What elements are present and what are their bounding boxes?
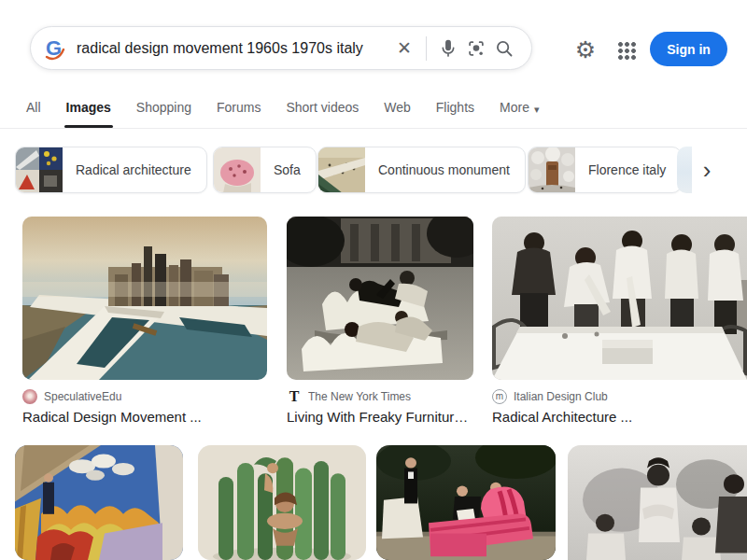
result-title[interactable]: Living With Freaky Furnitur… [287, 409, 475, 425]
nyt-favicon: T [287, 389, 302, 404]
apps-grid-icon[interactable] [613, 37, 640, 63]
chip-radical-architecture-thumbnail [16, 147, 63, 193]
clear-icon[interactable]: ✕ [390, 32, 418, 65]
tab-short-videos[interactable]: Short videos [286, 98, 359, 128]
chip-continuous-monument-thumbnail [318, 147, 365, 193]
tab-shopping[interactable]: Shopping [136, 98, 191, 128]
search-bar[interactable]: G radical design movement 1960s 1970s it… [30, 26, 532, 70]
result-image-pop-interior[interactable] [15, 445, 183, 560]
result-source-row: T The New York Times [287, 388, 475, 404]
result-image-pratone-chair[interactable] [198, 445, 366, 560]
result-image-superstudio-group[interactable] [492, 217, 747, 380]
tab-more-label: More [500, 100, 529, 115]
result-image-continuous-monument[interactable] [22, 217, 267, 380]
result-caption[interactable]: SpeculativeEdu Radical Design Movement .… [22, 388, 269, 425]
tab-images[interactable]: Images [66, 98, 111, 128]
search-icon[interactable] [490, 32, 518, 65]
mic-icon[interactable] [434, 32, 462, 65]
chip-radical-architecture[interactable]: Radical architecture [15, 147, 207, 193]
chip-continuous-monument[interactable]: Continuous monument [317, 147, 526, 193]
search-bar-divider [426, 36, 427, 61]
tab-flights[interactable]: Flights [436, 98, 474, 128]
result-source: The New York Times [308, 390, 411, 403]
chip-label: Sofa [261, 162, 316, 177]
search-input[interactable]: radical design movement 1960s 1970s ital… [77, 40, 390, 57]
result-source: SpeculativeEdu [44, 390, 121, 403]
result-caption[interactable]: m Italian Design Club Radical Architectu… [492, 388, 740, 425]
tab-web[interactable]: Web [384, 98, 411, 128]
result-source-row: m Italian Design Club [492, 388, 740, 404]
result-source: Italian Design Club [514, 390, 608, 403]
sign-in-button[interactable]: Sign in [650, 32, 727, 66]
result-image-freaky-furniture[interactable] [287, 217, 473, 380]
chip-label: Radical architecture [63, 162, 206, 177]
chevron-down-icon: ▾ [534, 100, 540, 116]
chip-sofa-thumbnail [214, 147, 261, 193]
result-source-row: SpeculativeEdu [22, 388, 269, 404]
chip-label: Continuous monument [365, 162, 525, 177]
medium-favicon: m [492, 389, 507, 404]
lens-icon[interactable] [462, 32, 490, 65]
google-logo-icon: G [42, 35, 68, 62]
apps-grid-dots [617, 41, 636, 60]
chevron-right-icon[interactable]: › [693, 155, 721, 185]
speculativeedu-favicon [22, 389, 37, 404]
chip-label: Florence italy [575, 162, 681, 177]
tab-more[interactable]: More ▾ [500, 98, 539, 128]
result-title[interactable]: Radical Architecture ... [492, 409, 740, 425]
result-title[interactable]: Radical Design Movement ... [22, 409, 269, 425]
result-type-tabs: All Images Shopping Forums Short videos … [26, 98, 539, 128]
chip-florence-italy-thumbnail [529, 147, 575, 193]
tab-forums[interactable]: Forums [217, 98, 261, 128]
tabs-divider [0, 128, 747, 129]
chip-partial[interactable] [677, 147, 692, 193]
result-image-pink-sofa-garden[interactable] [376, 445, 556, 560]
result-image-archizoom-group[interactable] [568, 445, 747, 560]
google-images-results-page: G radical design movement 1960s 1970s it… [0, 0, 747, 560]
settings-icon[interactable]: ⚙ [571, 35, 599, 63]
chip-sofa[interactable]: Sofa [213, 147, 317, 193]
tab-all[interactable]: All [26, 98, 41, 128]
chip-florence-italy[interactable]: Florence italy [528, 147, 682, 193]
result-caption[interactable]: T The New York Times Living With Freaky … [287, 388, 475, 425]
